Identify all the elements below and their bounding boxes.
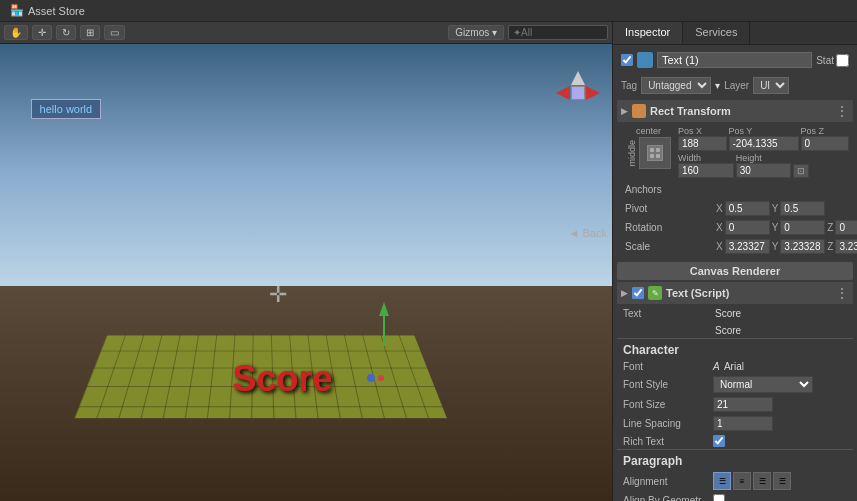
font-value: A Arial bbox=[713, 361, 847, 372]
move-tool-button[interactable]: ✛ bbox=[32, 25, 52, 40]
character-section-header: Character bbox=[617, 338, 853, 359]
rotate-tool-button[interactable]: ↻ bbox=[56, 25, 76, 40]
object-name-input[interactable] bbox=[657, 52, 812, 68]
alignment-buttons: ☰ ≡ ☰ ☰ bbox=[713, 472, 847, 490]
asset-store-tab[interactable]: 🏪 Asset Store bbox=[0, 2, 95, 19]
width-input[interactable] bbox=[678, 163, 734, 178]
rotation-inputs: X Y Z bbox=[716, 220, 857, 235]
score-text-element: Score bbox=[233, 358, 333, 400]
pos-y-label: Pos Y bbox=[729, 126, 799, 136]
line-spacing-input[interactable] bbox=[713, 416, 773, 431]
rot-z-input[interactable] bbox=[835, 220, 857, 235]
static-checkbox[interactable] bbox=[836, 54, 849, 67]
align-justify-button[interactable]: ☰ bbox=[773, 472, 791, 490]
tag-dropdown-icon: ▾ bbox=[715, 80, 720, 91]
scene-content: hello world Score ◄ Back ✛ bbox=[0, 44, 612, 501]
pos-z-input[interactable] bbox=[801, 136, 850, 151]
text-script-title: Text (Script) bbox=[666, 287, 831, 299]
text-script-header[interactable]: ▶ ✎ Text (Script) ⋮ bbox=[617, 282, 853, 304]
height-input[interactable] bbox=[736, 163, 792, 178]
transform-gizmo: ✛ bbox=[269, 282, 287, 308]
pivot-y-input[interactable] bbox=[780, 201, 825, 216]
scene-search-input[interactable] bbox=[508, 25, 608, 40]
scene-view: ✋ ✛ ↻ ⊞ ▭ Gizmos ▾ hello world Score bbox=[0, 22, 612, 501]
static-checkbox-group: Stat bbox=[816, 54, 849, 67]
right-arrow bbox=[586, 86, 600, 100]
hello-world-element[interactable]: hello world bbox=[31, 99, 102, 119]
font-style-row: Font Style Normal Bold Italic bbox=[617, 374, 853, 395]
pos-x-label: Pos X bbox=[678, 126, 727, 136]
gizmos-button[interactable]: Gizmos ▾ bbox=[448, 25, 504, 40]
canvas-renderer-header: Canvas Renderer bbox=[617, 262, 853, 280]
rect-transform-icon bbox=[632, 104, 646, 118]
anchors-row: Anchors bbox=[621, 180, 849, 199]
y-axis-arrow bbox=[379, 302, 389, 346]
left-arrow bbox=[556, 86, 570, 100]
anchors-value bbox=[716, 182, 845, 197]
font-row: Font A Arial bbox=[617, 359, 853, 374]
gizmo-center bbox=[571, 86, 585, 100]
anchor-preset-btn[interactable] bbox=[639, 137, 671, 169]
alignment-row: Alignment ☰ ≡ ☰ ☰ bbox=[617, 470, 853, 492]
scene-toolbar: ✋ ✛ ↻ ⊞ ▭ Gizmos ▾ bbox=[0, 22, 612, 44]
rot-y-input[interactable] bbox=[780, 220, 825, 235]
align-left-button[interactable]: ☰ bbox=[713, 472, 731, 490]
tag-layer-row: Tag Untagged ▾ Layer UI bbox=[617, 75, 853, 96]
pos-x-input[interactable] bbox=[678, 136, 727, 151]
up-arrow bbox=[571, 71, 585, 85]
rect-transform-section: ▶ Rect Transform ⋮ center middle bbox=[617, 100, 853, 258]
scale-y-input[interactable] bbox=[780, 239, 825, 254]
pos-z-label: Pos Z bbox=[801, 126, 850, 136]
layer-select[interactable]: UI bbox=[753, 77, 789, 94]
inspector-content: Stat Tag Untagged ▾ Layer UI ▶ bbox=[613, 45, 857, 501]
rect-transform-header[interactable]: ▶ Rect Transform ⋮ bbox=[617, 100, 853, 122]
back-button[interactable]: ◄ Back bbox=[569, 227, 607, 239]
inspector-tabs: Inspector Services bbox=[613, 22, 857, 45]
scale-z-input[interactable] bbox=[835, 239, 857, 254]
width-label: Width bbox=[678, 153, 734, 163]
rich-text-checkbox[interactable] bbox=[713, 435, 725, 447]
rect-tool-button[interactable]: ▭ bbox=[104, 25, 125, 40]
rect-menu-icon: ⋮ bbox=[835, 103, 849, 119]
expand-arrow-icon2: ▶ bbox=[621, 288, 628, 298]
text-script-section: ▶ ✎ Text (Script) ⋮ Text Score Score Cha… bbox=[617, 282, 853, 501]
main-layout: ✋ ✛ ↻ ⊞ ▭ Gizmos ▾ hello world Score bbox=[0, 22, 857, 501]
text-script-checkbox[interactable] bbox=[632, 287, 644, 299]
scale-tool-button[interactable]: ⊞ bbox=[80, 25, 100, 40]
pivot-x-input[interactable] bbox=[725, 201, 770, 216]
rich-text-row: Rich Text bbox=[617, 433, 853, 449]
preset-middle-label: middle bbox=[627, 140, 637, 167]
tag-select[interactable]: Untagged bbox=[641, 77, 711, 94]
tab-inspector[interactable]: Inspector bbox=[613, 22, 683, 44]
align-by-geom-checkbox[interactable] bbox=[713, 494, 725, 501]
object-active-checkbox[interactable] bbox=[621, 54, 633, 66]
height-label: Height bbox=[736, 153, 792, 163]
script-menu-icon: ⋮ bbox=[835, 285, 849, 301]
object-gizmo bbox=[367, 374, 384, 382]
scale-x-input[interactable] bbox=[725, 239, 770, 254]
script-icon: ✎ bbox=[648, 286, 662, 300]
score-label-row: Score bbox=[617, 323, 853, 338]
rotation-row: Rotation X Y Z bbox=[621, 218, 849, 237]
font-style-select[interactable]: Normal Bold Italic bbox=[713, 376, 813, 393]
align-center-button[interactable]: ≡ bbox=[733, 472, 751, 490]
hand-tool-button[interactable]: ✋ bbox=[4, 25, 28, 40]
font-size-input[interactable] bbox=[713, 397, 773, 412]
tab-services[interactable]: Services bbox=[683, 22, 750, 44]
scale-inputs: X Y Z bbox=[716, 239, 857, 254]
inspector-panel: Inspector Services Stat Tag Untagged bbox=[612, 22, 857, 501]
move-gizmo bbox=[556, 71, 600, 100]
pos-y-input[interactable] bbox=[729, 136, 799, 151]
top-bar: 🏪 Asset Store bbox=[0, 0, 857, 22]
hello-world-text: hello world bbox=[40, 103, 93, 115]
font-size-row: Font Size bbox=[617, 395, 853, 414]
expand-rect-button[interactable]: ⊡ bbox=[793, 164, 809, 178]
object-icon bbox=[637, 52, 653, 68]
asset-store-icon: 🏪 bbox=[10, 4, 24, 17]
rot-x-input[interactable] bbox=[725, 220, 770, 235]
preset-center-label: center bbox=[636, 126, 661, 136]
line-spacing-row: Line Spacing bbox=[617, 414, 853, 433]
align-right-button[interactable]: ☰ bbox=[753, 472, 771, 490]
paragraph-section-header: Paragraph bbox=[617, 449, 853, 470]
expand-arrow-icon: ▶ bbox=[621, 106, 628, 116]
